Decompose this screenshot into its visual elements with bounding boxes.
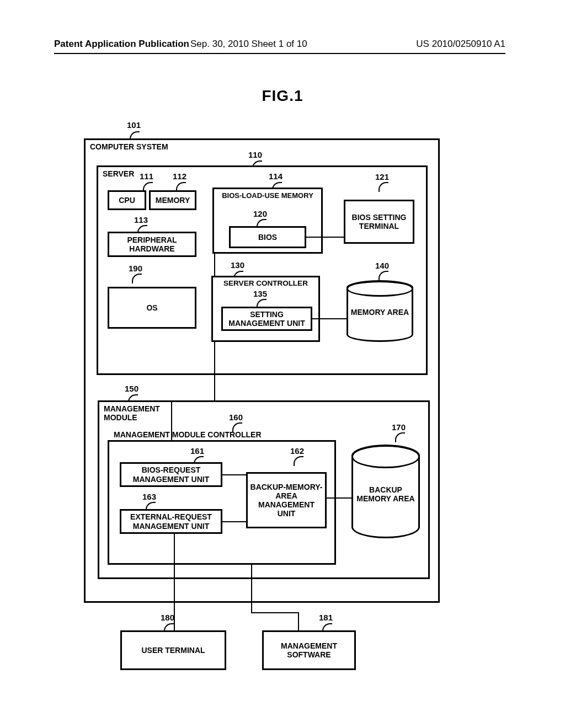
conn-ms-v1 — [251, 565, 252, 612]
box-mgmt-sw: MANAGEMENT SOFTWARE — [262, 630, 356, 670]
conn-sc-mem — [312, 318, 347, 319]
label-cpu: CPU — [119, 196, 135, 205]
conn-br-bm — [222, 474, 246, 475]
ref-130: 130 — [231, 260, 244, 270]
ref-112: 112 — [173, 172, 186, 181]
label-bios: BIOS — [258, 233, 277, 242]
label-bios-req: BIOS-REQUEST MANAGEMENT UNIT — [122, 465, 220, 483]
ref-150: 150 — [125, 384, 138, 393]
label-memory-area: MEMORY AREA — [348, 308, 412, 317]
ref-162: 162 — [290, 446, 304, 456]
label-memory: MEMORY — [156, 196, 190, 205]
label-setting-mgmt: SETTING MANAGEMENT UNIT — [224, 310, 310, 328]
conn-er-bm — [222, 521, 246, 522]
box-ext-req: EXTERNAL-REQUEST MANAGEMENT UNIT — [120, 509, 222, 534]
label-server-controller: SERVER CONTROLLER — [213, 279, 318, 287]
conn-sc-mm-v — [214, 342, 215, 400]
label-mgmt-module: MANAGEMENT MODULE — [104, 404, 170, 422]
box-user-terminal: USER TERMINAL — [120, 630, 226, 670]
ref-160: 160 — [229, 413, 243, 422]
box-backup-mgmt: BACKUP-MEMORY-AREA MANAGEMENT UNIT — [246, 472, 327, 528]
ref-101: 101 — [127, 120, 141, 130]
box-memory: MEMORY — [149, 190, 196, 210]
header-divider — [54, 53, 505, 54]
cyl-backup-mem: BACKUP MEMORY AREA — [351, 445, 420, 538]
header-mid: Sep. 30, 2010 Sheet 1 of 10 — [190, 39, 307, 50]
label-bios-terminal: BIOS SETTING TERMINAL — [347, 213, 412, 231]
conn-sc-mm-h — [171, 400, 215, 402]
conn-bios-terminal — [306, 237, 344, 238]
ref-113: 113 — [134, 215, 148, 224]
ref-114: 114 — [269, 172, 282, 181]
label-bios-load-mem: BIOS-LOAD-USE MEMORY — [214, 191, 321, 200]
label-server: SERVER — [103, 169, 134, 178]
box-peripheral: PERIPHERAL HARDWARE — [108, 232, 196, 257]
ref-161: 161 — [190, 446, 204, 456]
ref-180: 180 — [161, 613, 174, 622]
conn-mm-mmc — [171, 400, 172, 440]
box-os: OS — [108, 287, 196, 329]
box-setting-mgmt: SETTING MANAGEMENT UNIT — [221, 307, 312, 331]
label-backup-mem: BACKUP MEMORY AREA — [353, 485, 418, 503]
label-mmc: MANAGEMENT MODULE CONTROLLER — [114, 430, 262, 439]
ref-190: 190 — [129, 264, 142, 273]
box-bios: BIOS — [229, 226, 306, 248]
label-os: OS — [146, 303, 157, 312]
header-left: Patent Application Publication — [54, 39, 189, 50]
figure-title: FIG.1 — [0, 87, 565, 105]
ref-111: 111 — [140, 172, 153, 181]
conn-bm-bma — [327, 497, 351, 499]
page: Patent Application Publication Sep. 30, … — [0, 0, 565, 728]
ref-181: 181 — [319, 613, 333, 622]
box-bios-terminal: BIOS SETTING TERMINAL — [344, 200, 414, 244]
ref-140: 140 — [375, 261, 389, 270]
ref-121: 121 — [375, 172, 389, 181]
conn-ms-h — [251, 612, 298, 613]
label-computer-system: COMPUTER SYSTEM — [90, 142, 168, 151]
label-peripheral: PERIPHERAL HARDWARE — [110, 235, 194, 253]
cyl-memory-area: MEMORY AREA — [347, 280, 413, 342]
box-cpu: CPU — [108, 190, 146, 210]
label-user-terminal: USER TERMINAL — [141, 646, 205, 655]
ref-120: 120 — [253, 209, 267, 218]
conn-ms-v2 — [298, 612, 299, 630]
label-backup-mgmt: BACKUP-MEMORY-AREA MANAGEMENT UNIT — [249, 483, 324, 518]
ref-135: 135 — [253, 289, 267, 298]
conn-er-ut — [174, 534, 175, 630]
header-right: US 2010/0250910 A1 — [416, 39, 505, 50]
ref-110: 110 — [248, 150, 262, 159]
conn-bios-sc — [214, 254, 215, 276]
ref-163: 163 — [142, 492, 156, 501]
ref-170: 170 — [392, 422, 406, 432]
label-ext-req: EXTERNAL-REQUEST MANAGEMENT UNIT — [122, 512, 220, 530]
box-bios-req: BIOS-REQUEST MANAGEMENT UNIT — [120, 462, 222, 487]
label-mgmt-sw: MANAGEMENT SOFTWARE — [265, 641, 353, 659]
